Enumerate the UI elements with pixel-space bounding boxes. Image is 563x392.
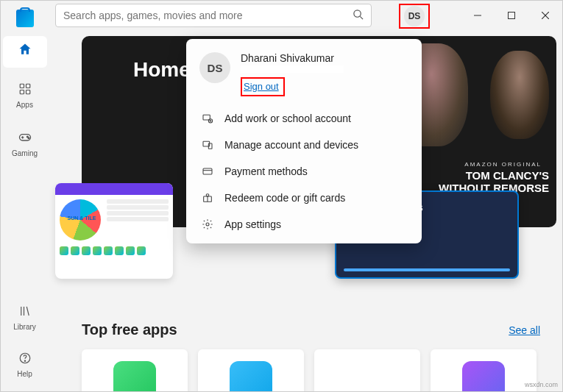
menu-item-label: Add work or school account (224, 113, 351, 124)
gaming-icon (18, 129, 32, 148)
profile-button[interactable]: DS (399, 4, 430, 29)
menu-item-payment[interactable]: Payment methods (186, 158, 422, 185)
app-card[interactable] (82, 349, 188, 392)
sidebar-item-label: Help (17, 370, 32, 378)
sidebar-item-home[interactable] (3, 36, 47, 68)
menu-item-add-work-account[interactable]: Add work or school account (186, 105, 422, 132)
sidebar: Apps Gaming Library Help (1, 1, 49, 392)
sidebar-item-apps[interactable]: Apps (3, 76, 47, 115)
watermark: wsxdn.com (525, 381, 558, 388)
home-icon (18, 42, 32, 60)
sidebar-item-label: Gaming (12, 149, 38, 157)
sidebar-item-help[interactable]: Help (3, 346, 47, 384)
gift-icon (201, 191, 214, 204)
svg-point-13 (26, 136, 28, 138)
svg-rect-6 (20, 84, 24, 88)
section-title: Top free apps (82, 321, 177, 338)
add-account-icon (201, 112, 214, 125)
app-icon (113, 361, 156, 392)
app-icon (230, 361, 272, 392)
sidebar-item-label: Apps (16, 101, 33, 109)
account-profile-row: DS Dharani Shivakumar Sign out (186, 49, 422, 105)
progress-indicator (344, 268, 510, 271)
menu-item-label: Payment methods (224, 165, 308, 177)
sidebar-item-label: Library (13, 323, 36, 331)
devices-icon (201, 138, 214, 152)
see-all-link[interactable]: See all (509, 324, 540, 336)
section-header: Top free apps See all (82, 321, 540, 338)
svg-line-5 (360, 16, 363, 19)
app-icon (462, 361, 505, 392)
svg-point-30 (206, 223, 209, 226)
svg-line-17 (26, 307, 29, 316)
sidebar-item-gaming[interactable]: Gaming (3, 124, 47, 163)
hero-overline: AMAZON ORIGINAL (464, 161, 542, 168)
search-icon[interactable] (353, 9, 364, 23)
app-icon (346, 361, 389, 392)
menu-item-label: Redeem code or gift cards (224, 192, 345, 204)
page-title: Home (133, 58, 191, 82)
help-icon (18, 352, 32, 368)
carousel-prev-card[interactable]: SUN & TILE (55, 183, 173, 279)
library-icon (18, 304, 32, 321)
app-card[interactable] (198, 349, 304, 392)
svg-rect-26 (203, 168, 212, 174)
account-menu: DS Dharani Shivakumar Sign out Add work … (186, 39, 422, 243)
window-controls (461, 1, 562, 30)
maximize-button[interactable] (495, 1, 528, 30)
svg-rect-1 (509, 13, 515, 19)
svg-rect-7 (26, 84, 29, 88)
credit-card-icon (201, 165, 214, 178)
menu-item-label: Manage account and devices (224, 139, 358, 151)
gear-icon (201, 218, 214, 231)
apps-icon (18, 82, 32, 99)
svg-rect-9 (26, 90, 29, 94)
search-input[interactable] (63, 10, 353, 21)
svg-point-4 (354, 10, 361, 16)
app-card[interactable] (314, 349, 420, 392)
menu-item-label: App settings (224, 218, 281, 230)
sidebar-item-library[interactable]: Library (3, 299, 47, 337)
close-button[interactable] (528, 1, 562, 30)
minimize-button[interactable] (461, 1, 495, 30)
profile-email-redacted (241, 65, 344, 73)
avatar: DS (199, 52, 230, 83)
svg-point-14 (28, 138, 29, 139)
store-logo-icon (16, 10, 34, 27)
hero-face-image (490, 51, 549, 139)
search-bar[interactable] (55, 4, 372, 27)
sign-out-link[interactable]: Sign out (241, 77, 285, 96)
app-card[interactable] (431, 349, 537, 392)
avatar: DS (404, 6, 425, 26)
menu-item-redeem[interactable]: Redeem code or gift cards (186, 185, 422, 211)
svg-point-19 (24, 360, 25, 361)
menu-item-manage-account[interactable]: Manage account and devices (186, 132, 422, 158)
app-grid (82, 349, 537, 392)
svg-rect-8 (20, 90, 24, 94)
profile-name: Dharani Shivakumar (241, 52, 344, 64)
menu-item-app-settings[interactable]: App settings (186, 211, 422, 238)
